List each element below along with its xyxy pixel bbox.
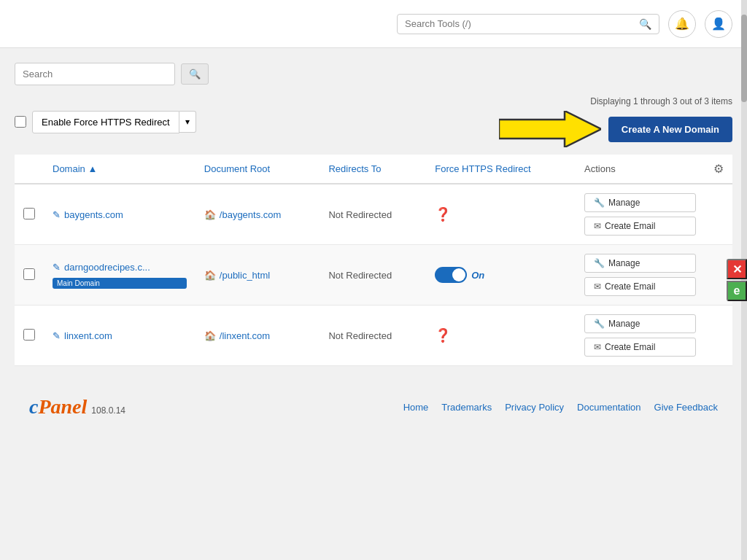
notifications-button[interactable]: 🔔 bbox=[668, 10, 696, 38]
question-icon-1[interactable]: ❓ bbox=[435, 207, 451, 222]
col-redirectsto: Redirects To bbox=[320, 155, 426, 184]
yellow-arrow-icon bbox=[499, 111, 601, 147]
manage-button-2[interactable]: 🔧 Manage bbox=[584, 254, 696, 273]
row-checkbox-3[interactable] bbox=[23, 329, 35, 341]
user-profile-button[interactable]: 👤 bbox=[705, 10, 732, 38]
cpanel-c: c bbox=[29, 395, 38, 418]
table-row: ✎ linxent.com 🏠 /linxent.com Not Redirec… bbox=[15, 306, 732, 366]
col-settings[interactable]: ⚙ bbox=[705, 155, 732, 184]
search-row: 🔍 bbox=[15, 63, 732, 85]
footer-feedback-link[interactable]: Give Feedback bbox=[654, 402, 718, 413]
action-btns-1: 🔧 Manage ✉ Create Email bbox=[584, 193, 696, 236]
footer-privacy-link[interactable]: Privacy Policy bbox=[505, 402, 564, 413]
search-tools-wrapper: 🔍 bbox=[397, 14, 659, 34]
redirects-cell-3: Not Redirected bbox=[320, 306, 426, 366]
action-btns-2: 🔧 Manage ✉ Create Email bbox=[584, 254, 696, 296]
cpanel-version: 108.0.14 bbox=[91, 405, 125, 416]
action-btns-3: 🔧 Manage ✉ Create Email bbox=[584, 314, 696, 357]
display-count: Displaying 1 through 3 out of 3 items bbox=[590, 96, 732, 106]
toggle-on-label: On bbox=[471, 270, 484, 281]
gear-icon: ⚙ bbox=[713, 163, 724, 175]
wrench-icon-2: 🔧 bbox=[594, 258, 605, 268]
toolbar-left: Enable Force HTTPS Redirect ▾ bbox=[15, 111, 196, 133]
table-row: ✎ darngoodrecipes.c... Main Domain 🏠 /pu… bbox=[15, 245, 732, 306]
footer-home-link[interactable]: Home bbox=[403, 402, 429, 413]
https-cell-2: On bbox=[426, 245, 576, 306]
toggle-slider bbox=[435, 267, 467, 283]
cpanel-logo: cPanel 108.0.14 bbox=[29, 395, 125, 419]
https-toggle[interactable] bbox=[435, 267, 467, 283]
domain-link-1[interactable]: ✎ baygents.com bbox=[53, 209, 187, 220]
settings-cell-1 bbox=[705, 184, 732, 245]
col-checkbox bbox=[15, 155, 44, 184]
cpanel-brand: cPanel bbox=[29, 395, 87, 419]
domains-table: Domain ▲ Document Root Redirects To Forc… bbox=[15, 155, 732, 366]
search-tools-icon: 🔍 bbox=[639, 18, 651, 30]
col-actions: Actions bbox=[576, 155, 705, 184]
settings-cell-3 bbox=[705, 306, 732, 366]
create-email-button-3[interactable]: ✉ Create Email bbox=[584, 338, 696, 357]
wrench-icon-3: 🔧 bbox=[594, 319, 605, 329]
https-cell-1: ❓ bbox=[426, 184, 576, 245]
create-email-button-2[interactable]: ✉ Create Email bbox=[584, 277, 696, 296]
row-checkbox-2[interactable] bbox=[23, 268, 35, 280]
toggle-wrapper: On bbox=[435, 267, 567, 283]
footer-trademarks-link[interactable]: Trademarks bbox=[441, 402, 492, 413]
arrow-btn-wrapper: Create A New Domain bbox=[499, 111, 732, 147]
docroot-link-1[interactable]: 🏠 /baygents.com bbox=[204, 209, 311, 220]
main-content: 🔍 Enable Force HTTPS Redirect ▾ Displayi… bbox=[0, 48, 747, 448]
select-all-checkbox[interactable] bbox=[15, 116, 26, 128]
domain-cell-1: ✎ baygents.com bbox=[44, 184, 196, 245]
https-cell-3: ❓ bbox=[426, 306, 576, 366]
manage-button-1[interactable]: 🔧 Manage bbox=[584, 193, 696, 212]
footer-documentation-link[interactable]: Documentation bbox=[577, 402, 640, 413]
edit-sidebar-button[interactable]: e bbox=[727, 281, 747, 301]
main-domain-badge: Main Domain bbox=[53, 278, 187, 289]
search-input[interactable] bbox=[15, 63, 175, 85]
actions-cell-1: 🔧 Manage ✉ Create Email bbox=[576, 184, 705, 245]
email-icon-3: ✉ bbox=[594, 342, 601, 352]
scroll-thumb[interactable] bbox=[741, 15, 747, 102]
home-icon-1: 🏠 bbox=[204, 209, 216, 220]
https-redirect-dropdown[interactable]: ▾ bbox=[179, 111, 196, 133]
domain-link-3[interactable]: ✎ linxent.com bbox=[53, 330, 187, 341]
domain-cell-content-2: ✎ darngoodrecipes.c... Main Domain bbox=[53, 262, 187, 289]
search-button[interactable]: 🔍 bbox=[181, 63, 209, 85]
docroot-cell-3: 🏠 /linxent.com bbox=[196, 306, 320, 366]
footer-links: Home Trademarks Privacy Policy Documenta… bbox=[403, 402, 718, 413]
right-sidebar: ✕ e bbox=[727, 259, 747, 301]
search-tools-input[interactable] bbox=[405, 18, 639, 29]
email-icon-2: ✉ bbox=[594, 281, 601, 292]
email-icon-1: ✉ bbox=[594, 221, 601, 231]
table-row: ✎ baygents.com 🏠 /baygents.com Not Redir… bbox=[15, 184, 732, 245]
toolbar-right: Displaying 1 through 3 out of 3 items Cr… bbox=[499, 96, 732, 147]
home-icon-2: 🏠 bbox=[204, 270, 216, 281]
manage-button-3[interactable]: 🔧 Manage bbox=[584, 314, 696, 333]
col-domain[interactable]: Domain ▲ bbox=[44, 155, 196, 184]
svg-marker-0 bbox=[499, 111, 601, 147]
domain-cell-3: ✎ linxent.com bbox=[44, 306, 196, 366]
redirects-cell-1: Not Redirected bbox=[320, 184, 426, 245]
col-docroot: Document Root bbox=[196, 155, 320, 184]
redirects-cell-2: Not Redirected bbox=[320, 245, 426, 306]
col-forcehttps: Force HTTPS Redirect bbox=[426, 155, 576, 184]
toolbar-row: Enable Force HTTPS Redirect ▾ Displaying… bbox=[15, 96, 732, 147]
external-link-icon-1: ✎ bbox=[53, 209, 61, 220]
footer: cPanel 108.0.14 Home Trademarks Privacy … bbox=[15, 381, 732, 433]
https-redirect-button[interactable]: Enable Force HTTPS Redirect bbox=[32, 111, 179, 133]
top-navigation: 🔍 🔔 👤 bbox=[0, 0, 747, 48]
docroot-link-3[interactable]: 🏠 /linxent.com bbox=[204, 330, 311, 341]
question-icon-3[interactable]: ❓ bbox=[435, 328, 451, 343]
docroot-cell-1: 🏠 /baygents.com bbox=[196, 184, 320, 245]
actions-cell-3: 🔧 Manage ✉ Create Email bbox=[576, 306, 705, 366]
close-sidebar-button[interactable]: ✕ bbox=[727, 259, 747, 279]
create-email-button-1[interactable]: ✉ Create Email bbox=[584, 217, 696, 236]
docroot-link-2[interactable]: 🏠 /public_html bbox=[204, 270, 311, 281]
row-checkbox-1[interactable] bbox=[23, 208, 35, 219]
home-icon-3: 🏠 bbox=[204, 330, 216, 341]
domain-link-2[interactable]: ✎ darngoodrecipes.c... bbox=[53, 262, 187, 273]
docroot-cell-2: 🏠 /public_html bbox=[196, 245, 320, 306]
actions-cell-2: 🔧 Manage ✉ Create Email bbox=[576, 245, 705, 306]
domain-cell-2: ✎ darngoodrecipes.c... Main Domain bbox=[44, 245, 196, 306]
create-domain-button[interactable]: Create A New Domain bbox=[608, 117, 732, 142]
